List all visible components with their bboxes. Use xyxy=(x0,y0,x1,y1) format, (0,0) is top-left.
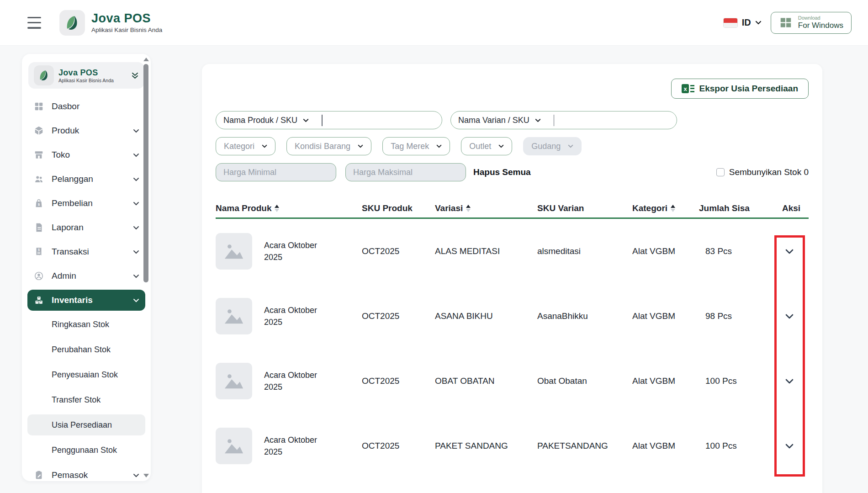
product-image-placeholder-icon xyxy=(216,298,252,334)
cell-product-name: Acara Oktober 2025 xyxy=(264,239,319,263)
app-tagline: Aplikasi Kasir Bisnis Anda xyxy=(91,27,162,33)
scrollbar-thumb[interactable] xyxy=(143,64,148,282)
download-for-windows-button[interactable]: Download For Windows xyxy=(771,12,852,34)
sidebar-brand-card: Jova POS Aplikasi Kasir Bisnis Anda xyxy=(28,62,144,89)
sidebar-item-pelanggan[interactable]: Pelanggan xyxy=(27,169,145,190)
sidebar-subitem-penyesuaian-stok[interactable]: Penyesuaian Stok xyxy=(27,364,145,385)
inventory-boxes-icon xyxy=(33,295,44,305)
sort-icon[interactable] xyxy=(275,205,279,212)
column-header-aksi: Aksi xyxy=(782,203,809,213)
supplier-clipboard-icon xyxy=(33,470,44,480)
sidebar: Jova POS Aplikasi Kasir Bisnis Anda Dasb… xyxy=(22,54,151,481)
scrollbar-down-arrow-icon[interactable] xyxy=(143,474,149,477)
cell-quantity: 83 Pcs xyxy=(699,246,782,256)
cell-product-sku: OCT2025 xyxy=(362,311,435,321)
cell-product-name: Acara Oktober 2025 xyxy=(264,369,319,393)
chevron-down-icon xyxy=(262,144,267,148)
sidebar-item-toko[interactable]: Toko xyxy=(27,144,145,165)
chevron-down-icon[interactable] xyxy=(535,118,541,122)
sidebar-subitem-usia-persediaan[interactable]: Usia Persediaan xyxy=(27,414,145,435)
variant-search-dropdown[interactable]: Nama Varian / SKU xyxy=(458,116,529,125)
sidebar-item-transaksi[interactable]: $ Transaksi xyxy=(27,241,145,262)
customers-icon xyxy=(33,174,44,184)
row-expand-chevron-icon[interactable] xyxy=(783,375,795,387)
hide-zero-stock-label: Sembunyikan Stok 0 xyxy=(729,167,809,177)
table-row: Acara Oktober 2025 OCT2025 ASANA BIKHU A… xyxy=(216,284,809,349)
windows-logo-icon xyxy=(779,16,793,29)
chevron-down-icon xyxy=(133,177,139,181)
dashboard-icon xyxy=(33,101,44,111)
cell-product-sku: OCT2025 xyxy=(362,441,435,451)
column-header-sku-produk: SKU Produk xyxy=(362,203,435,213)
main-content-card: x Ekspor Usia Persediaan Nama Produk / S… xyxy=(202,64,822,493)
chevron-down-icon xyxy=(133,129,139,133)
sidebar-subitem-ringkasan-stok[interactable]: Ringkasan Stok xyxy=(27,314,145,335)
sidebar-subitem-penggunaan-stok[interactable]: Penggunaan Stok xyxy=(27,440,145,461)
row-expand-chevron-icon[interactable] xyxy=(783,440,795,452)
gudang-filter-dropdown: Gudang xyxy=(523,137,582,155)
product-image-placeholder-icon xyxy=(216,363,252,399)
app-brand: Jova POS Aplikasi Kasir Bisnis Anda xyxy=(59,10,162,36)
cell-variant: PAKET SANDANG xyxy=(435,441,537,451)
kategori-filter-dropdown[interactable]: Kategori xyxy=(216,137,275,155)
chevron-down-icon xyxy=(568,144,573,148)
export-usia-persediaan-button[interactable]: x Ekspor Usia Persediaan xyxy=(671,79,809,99)
chevron-down-icon xyxy=(133,226,139,230)
double-chevron-down-icon xyxy=(131,72,139,79)
cell-product-name: Acara Oktober 2025 xyxy=(264,434,319,458)
input-divider xyxy=(554,115,555,126)
purchase-bag-icon: $ xyxy=(33,198,44,208)
chevron-down-icon xyxy=(133,250,139,254)
cell-variant-sku: alsmeditasi xyxy=(537,246,632,256)
indonesia-flag-icon xyxy=(723,18,738,28)
variant-search-input[interactable] xyxy=(559,116,669,125)
row-expand-chevron-icon[interactable] xyxy=(783,245,795,257)
product-search-input[interactable] xyxy=(327,116,434,125)
variant-search-filter: Nama Varian / SKU xyxy=(450,111,677,129)
sidebar-item-inventaris[interactable]: Inventaris xyxy=(27,290,145,311)
export-button-label: Ekspor Usia Persediaan xyxy=(699,84,799,94)
product-search-dropdown[interactable]: Nama Produk / SKU xyxy=(223,116,297,125)
chevron-down-icon xyxy=(133,473,139,477)
scrollbar-up-arrow-icon[interactable] xyxy=(143,58,149,61)
column-header-kategori: Kategori xyxy=(632,203,699,213)
sidebar-subitem-perubahan-stok[interactable]: Perubahan Stok xyxy=(27,339,145,360)
column-header-nama-produk: Nama Produk xyxy=(216,203,362,213)
sidebar-subitem-transfer-stok[interactable]: Transfer Stok xyxy=(27,389,145,410)
language-selector[interactable]: ID xyxy=(723,17,762,28)
top-header: Jova POS Aplikasi Kasir Bisnis Anda ID D… xyxy=(0,0,868,46)
sort-icon[interactable] xyxy=(466,205,471,212)
sidebar-item-laporan[interactable]: Laporan xyxy=(27,217,145,238)
sort-icon[interactable] xyxy=(671,205,675,212)
report-document-icon xyxy=(33,223,44,233)
row-expand-chevron-icon[interactable] xyxy=(783,310,795,322)
jova-pos-logo-icon xyxy=(59,10,85,36)
tag-merek-filter-dropdown[interactable]: Tag Merek xyxy=(382,137,450,155)
sidebar-scrollbar[interactable] xyxy=(142,56,149,479)
download-big-label: For Windows xyxy=(798,21,843,30)
hide-zero-stock-checkbox[interactable] xyxy=(716,168,725,176)
kondisi-barang-filter-dropdown[interactable]: Kondisi Barang xyxy=(286,137,371,155)
harga-maksimal-input[interactable] xyxy=(345,163,466,181)
hapus-semua-button[interactable]: Hapus Semua xyxy=(473,167,531,177)
chevron-down-icon xyxy=(436,144,442,148)
cell-category: Alat VGBM xyxy=(632,311,699,321)
chevron-down-icon xyxy=(133,298,139,302)
column-header-sku-varian: SKU Varian xyxy=(537,203,632,213)
sidebar-collapse-button[interactable] xyxy=(131,72,139,79)
sidebar-item-pemasok[interactable]: Pemasok xyxy=(27,465,145,481)
table-row: Acara Oktober 2025 OCT2025 OBAT OBATAN O… xyxy=(216,349,809,413)
sidebar-nav: Dasbor Produk Toko Pelanggan $ xyxy=(22,96,151,481)
sidebar-item-admin[interactable]: Admin xyxy=(27,265,145,286)
cell-variant-sku: Obat Obatan xyxy=(537,376,632,386)
product-image-placeholder-icon xyxy=(216,233,252,270)
chevron-down-icon xyxy=(755,21,762,25)
harga-minimal-input[interactable] xyxy=(216,163,336,181)
hamburger-menu-icon[interactable] xyxy=(27,17,43,29)
outlet-filter-dropdown[interactable]: Outlet xyxy=(461,137,512,155)
sidebar-brand-title: Jova POS xyxy=(58,68,114,78)
chevron-down-icon[interactable] xyxy=(303,118,309,122)
sidebar-item-dasbor[interactable]: Dasbor xyxy=(27,96,145,117)
sidebar-item-produk[interactable]: Produk xyxy=(27,120,145,141)
sidebar-item-pembelian[interactable]: $ Pembelian xyxy=(27,193,145,214)
